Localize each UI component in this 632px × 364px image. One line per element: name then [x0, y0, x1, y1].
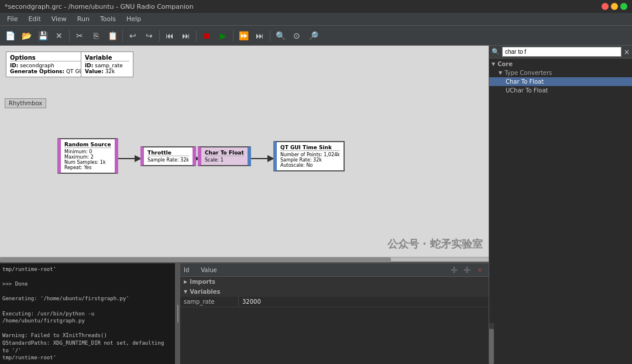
- cut-button[interactable]: ✂: [72, 28, 87, 43]
- options-gen: Generate Options: QT GUI: [10, 68, 85, 74]
- tree-type-converters[interactable]: ▼ Type Converters: [489, 68, 632, 77]
- samp-rate-key: samp_rate: [180, 297, 239, 307]
- resize-indicator: [177, 305, 178, 322]
- qt-gui-block[interactable]: QT GUI Time Sink Number of Points: 1,024…: [273, 141, 345, 171]
- properties-table: ▶ Imports ▼ Variables samp_rate 32000: [180, 277, 489, 364]
- char-to-float-block[interactable]: Char To Float Scale: 1: [198, 146, 251, 166]
- core-label: Core: [497, 61, 513, 67]
- console-line: [2, 273, 173, 281]
- imports-section[interactable]: ▶ Imports: [180, 277, 489, 287]
- window-controls: [602, 3, 627, 10]
- rs-samples: Num Samples: 1k: [64, 160, 111, 165]
- zoom-in-button[interactable]: 🔍: [273, 28, 288, 43]
- search-icon: 🔍: [492, 48, 500, 56]
- canvas-scrollbar-thumb[interactable]: [0, 257, 391, 262]
- ff-button[interactable]: ⏭: [252, 28, 267, 43]
- console-line: [2, 362, 173, 364]
- maximize-button[interactable]: [620, 3, 627, 10]
- search-input[interactable]: [502, 47, 621, 57]
- char-to-float-title: Char To Float: [205, 150, 244, 156]
- tree-char-to-float[interactable]: Char To Float: [489, 77, 632, 86]
- right-sidebar-scrollbar[interactable]: [489, 323, 494, 364]
- samp-rate-val: 32000: [239, 297, 489, 307]
- toolbar: 📄 📂 💾 ✕ ✂ ⎘ 📋 ↩ ↪ ⏮ ⏭ ⏹ ▶ ⏩ ⏭ 🔍 ⊙ 🔎: [0, 26, 632, 46]
- rs-min: Minimum: 0: [64, 149, 111, 154]
- bottom-split: tmp/runtime-root' >>> Done Generating: '…: [0, 262, 489, 364]
- zoom-out-button[interactable]: 🔎: [305, 28, 321, 43]
- save-button[interactable]: 💾: [35, 28, 50, 43]
- random-source-title: Random Source: [64, 142, 111, 148]
- console-line: >>> Done: [2, 280, 173, 288]
- menu-run[interactable]: Run: [73, 14, 94, 24]
- type-conv-triangle: ▼: [499, 70, 502, 75]
- console-line: [2, 288, 173, 296]
- char-to-float-item: Char To Float: [506, 78, 544, 85]
- random-source-block[interactable]: Random Source Minimum: 0 Maximum: 2 Num …: [57, 138, 118, 174]
- console[interactable]: tmp/runtime-root' >>> Done Generating: '…: [0, 263, 176, 364]
- paste-button[interactable]: 📋: [105, 28, 120, 43]
- samp-rate-row[interactable]: samp_rate 32000: [180, 297, 489, 307]
- menu-edit[interactable]: Edit: [23, 14, 45, 24]
- variable-id: ID: samp_rate: [85, 63, 129, 68]
- qt-rate: Sample Rate: 32k: [280, 157, 340, 163]
- imports-label: Imports: [190, 279, 215, 285]
- tree-core[interactable]: ▼ Core: [489, 60, 632, 68]
- search-back-button[interactable]: ⏮: [162, 28, 177, 43]
- search-fwd-button[interactable]: ⏭: [178, 28, 194, 43]
- imports-triangle: ▶: [184, 279, 187, 284]
- open-button[interactable]: 📂: [19, 28, 34, 43]
- add-variable-button[interactable]: ➕: [462, 265, 472, 275]
- add-import-button[interactable]: ➕: [449, 265, 459, 275]
- toolbar-sep-4: [196, 30, 197, 42]
- prop-action-icons: ➕ ➕ ✕: [449, 265, 485, 275]
- toolbar-sep-2: [122, 30, 123, 42]
- stop-button[interactable]: ⏹: [199, 28, 214, 43]
- properties-header: Id Value ➕ ➕ ✕: [180, 263, 489, 277]
- throttle-block[interactable]: Throttle Sample Rate: 32k: [140, 146, 196, 166]
- menu-view[interactable]: View: [47, 14, 71, 24]
- redo-button[interactable]: ↪: [142, 28, 157, 43]
- watermark: 公众号 · 蛇矛实验室: [387, 237, 483, 251]
- close-button[interactable]: [602, 3, 609, 10]
- toolbar-sep-5: [233, 30, 233, 42]
- menu-help[interactable]: Help: [122, 14, 146, 24]
- toolbar-sep-6: [270, 30, 270, 42]
- console-line: QStandardPaths: XDG_RUNTIME_DIR not set,…: [2, 339, 173, 354]
- zoom-reset-button[interactable]: ⊙: [289, 28, 304, 43]
- canvas-scrollbar[interactable]: [0, 257, 489, 262]
- menubar: File Edit View Run Tools Help: [0, 13, 632, 26]
- options-block[interactable]: Options ID: secondgraph Generate Options…: [6, 51, 89, 77]
- menu-file[interactable]: File: [2, 14, 22, 24]
- undo-button[interactable]: ↩: [125, 28, 140, 43]
- options-title: Options: [10, 54, 85, 61]
- new-button[interactable]: 📄: [2, 28, 18, 43]
- search-clear-icon[interactable]: ×: [624, 48, 630, 56]
- console-line: tmp/runtime-root': [2, 266, 173, 273]
- rs-repeat: Repeat: Yes: [64, 165, 111, 170]
- title-text: *secondgraph.grc - /home/ubuntu - GNU Ra…: [5, 3, 194, 11]
- scrollbar-thumb[interactable]: [489, 329, 494, 364]
- ctf-scale: Scale: 1: [205, 157, 244, 163]
- prop-col-val: Value: [201, 267, 217, 273]
- qt-title: QT GUI Time Sink: [280, 145, 340, 151]
- minimize-button[interactable]: [611, 3, 618, 10]
- fwd-button[interactable]: ⏩: [236, 28, 251, 43]
- tree-uchar-to-float[interactable]: UChar To Float: [489, 86, 632, 95]
- search-bar: 🔍 ×: [489, 46, 632, 59]
- right-sidebar: 🔍 × ▼ Core ▼ Type Converters Char To Flo…: [489, 46, 632, 364]
- variables-label: Variables: [190, 289, 220, 295]
- console-line: Generating: '/home/ubuntu/firstgraph.py': [2, 295, 173, 303]
- close-doc-button[interactable]: ✕: [51, 28, 67, 43]
- console-line: Executing: /usr/bin/python -u /home/ubun…: [2, 310, 173, 325]
- canvas-area[interactable]: Options ID: secondgraph Generate Options…: [0, 46, 489, 257]
- variables-section[interactable]: ▼ Variables: [180, 287, 489, 297]
- menu-tools[interactable]: Tools: [95, 14, 121, 24]
- qt-autoscale: Autoscale: No: [280, 163, 340, 168]
- run-button[interactable]: ▶: [215, 28, 231, 43]
- console-resize-handle[interactable]: [176, 263, 180, 364]
- console-line: tmp/runtime-root': [2, 354, 173, 362]
- copy-button[interactable]: ⎘: [88, 28, 104, 43]
- variable-block[interactable]: Variable ID: samp_rate Value: 32k: [81, 51, 133, 77]
- titlebar: *secondgraph.grc - /home/ubuntu - GNU Ra…: [0, 0, 632, 13]
- delete-button[interactable]: ✕: [475, 265, 485, 275]
